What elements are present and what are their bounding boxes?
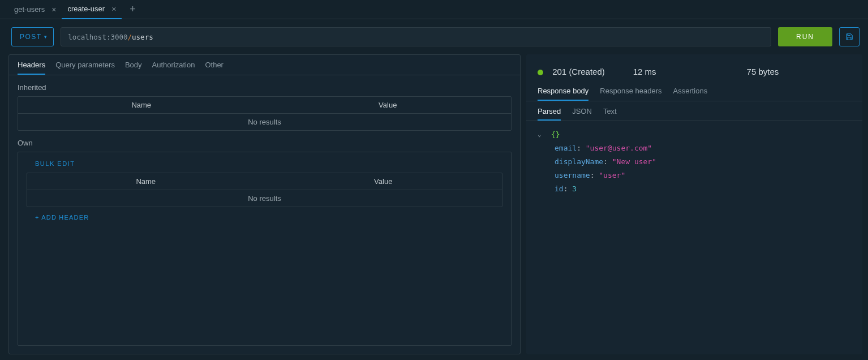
url-host: localhost:3000 [68, 33, 127, 41]
url-path: users [132, 33, 153, 41]
json-entry: email: "user@user.com" [555, 142, 851, 155]
run-button[interactable]: RUN [778, 27, 832, 46]
add-header-button[interactable]: + ADD HEADER [18, 207, 511, 228]
response-time: 12 ms [633, 67, 656, 76]
json-key: email [555, 144, 577, 152]
http-method-select[interactable]: POST ▾ [11, 27, 54, 46]
tab-other[interactable]: Other [205, 61, 224, 75]
json-braces: {} [551, 128, 560, 142]
tab-label: create-user [67, 5, 105, 13]
no-results: No results [18, 114, 511, 130]
tab-response-headers[interactable]: Response headers [600, 87, 661, 101]
response-tabs: Response body Response headers Assertion… [526, 87, 862, 101]
status-dot-icon [538, 70, 543, 75]
response-pane: 201 (Created) 12 ms 75 bytes Response bo… [526, 54, 862, 354]
status-text: (Created) [569, 67, 604, 76]
json-value: "New user" [612, 157, 656, 166]
request-bar: POST ▾ localhost:3000/users RUN [0, 19, 868, 54]
json-value: "user" [599, 171, 625, 179]
tab-authorization[interactable]: Authorization [152, 61, 195, 75]
col-value: Value [265, 173, 502, 190]
tab-query-parameters[interactable]: Query parameters [55, 61, 115, 75]
tab-get-users[interactable]: get-users × [8, 0, 62, 19]
table-row: No results [18, 114, 511, 130]
inherited-label: Inherited [9, 75, 520, 96]
tab-assertions[interactable]: Assertions [673, 87, 707, 101]
save-button[interactable] [839, 27, 860, 46]
response-body: ⌄ {} email: "user@user.com" displayName:… [526, 121, 862, 203]
chevron-down-icon: ▾ [44, 34, 48, 40]
status-block: 201 (Created) [538, 67, 605, 76]
status-code: 201 [552, 67, 566, 76]
col-name: Name [27, 173, 265, 190]
inherited-headers-table: Name Value No results [18, 96, 512, 131]
close-icon[interactable]: × [109, 5, 118, 14]
response-status-row: 201 (Created) 12 ms 75 bytes [526, 54, 862, 87]
json-value: 3 [572, 185, 577, 193]
url-slash: / [128, 33, 132, 41]
add-tab-button[interactable]: + [122, 3, 144, 15]
json-entry: id: 3 [555, 182, 851, 196]
table-row: No results [27, 190, 502, 207]
tab-headers[interactable]: Headers [18, 61, 45, 75]
url-input[interactable]: localhost:3000/users [61, 27, 771, 46]
tab-create-user[interactable]: create-user × [62, 0, 122, 19]
save-icon [845, 33, 853, 41]
json-entries: email: "user@user.com" displayName: "New… [538, 142, 851, 196]
request-config-pane: Headers Query parameters Body Authorizat… [8, 54, 521, 354]
json-value: "user@user.com" [586, 144, 652, 152]
json-key: id [555, 185, 564, 193]
tabs-bar: get-users × create-user × + [0, 0, 868, 19]
own-headers-box: BULK EDIT Name Value No results + ADD HE… [18, 152, 512, 346]
response-view-tabs: Parsed JSON Text [526, 101, 862, 121]
own-label: Own [9, 131, 520, 152]
http-method-label: POST [20, 33, 42, 41]
json-entry: displayName: "New user" [555, 155, 851, 169]
tab-body[interactable]: Body [125, 61, 142, 75]
table-header-row: Name Value [27, 173, 502, 190]
response-size: 75 bytes [747, 67, 779, 76]
bulk-edit-button[interactable]: BULK EDIT [18, 152, 511, 173]
tab-response-body[interactable]: Response body [538, 87, 588, 101]
own-headers-table: Name Value No results [27, 173, 502, 207]
col-name: Name [18, 97, 265, 113]
no-results: No results [27, 190, 502, 207]
close-icon[interactable]: × [49, 5, 58, 14]
view-parsed[interactable]: Parsed [538, 107, 561, 121]
col-value: Value [265, 97, 512, 113]
json-entry: username: "user" [555, 169, 851, 182]
tab-label: get-users [14, 5, 45, 14]
table-header-row: Name Value [18, 97, 511, 114]
chevron-down-icon[interactable]: ⌄ [538, 129, 545, 140]
view-json[interactable]: JSON [572, 107, 592, 121]
json-root: ⌄ {} [538, 128, 851, 142]
request-subtabs: Headers Query parameters Body Authorizat… [9, 55, 520, 75]
view-text[interactable]: Text [603, 107, 617, 121]
json-key: displayName [555, 157, 603, 166]
json-key: username [555, 171, 590, 179]
